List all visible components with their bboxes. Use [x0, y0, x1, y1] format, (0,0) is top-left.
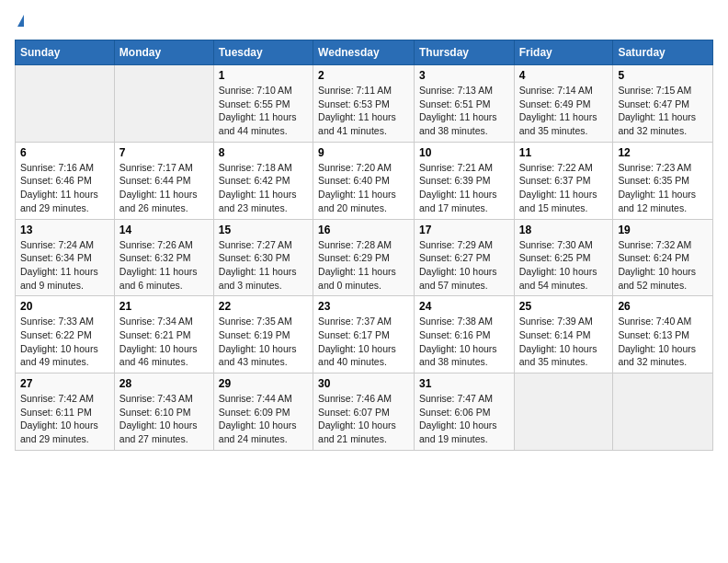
day-cell: 17Sunrise: 7:29 AM Sunset: 6:27 PM Dayli… — [414, 219, 514, 296]
day-number: 29 — [219, 377, 308, 390]
header-cell-wednesday: Wednesday — [313, 40, 415, 65]
day-number: 3 — [419, 69, 509, 82]
day-info: Sunrise: 7:27 AM Sunset: 6:30 PM Dayligh… — [219, 239, 297, 291]
day-cell — [613, 373, 713, 451]
day-cell: 22Sunrise: 7:35 AM Sunset: 6:19 PM Dayli… — [213, 296, 313, 373]
header-cell-thursday: Thursday — [414, 40, 514, 65]
day-number: 26 — [618, 300, 708, 313]
day-number: 20 — [20, 300, 109, 313]
page-header — [15, 15, 713, 29]
calendar-table: SundayMondayTuesdayWednesdayThursdayFrid… — [15, 40, 713, 451]
day-cell: 20Sunrise: 7:33 AM Sunset: 6:22 PM Dayli… — [16, 296, 115, 373]
day-info: Sunrise: 7:10 AM Sunset: 6:55 PM Dayligh… — [219, 85, 297, 136]
day-info: Sunrise: 7:37 AM Sunset: 6:17 PM Dayligh… — [318, 316, 396, 367]
day-cell — [16, 65, 115, 143]
day-number: 13 — [20, 224, 109, 236]
logo — [15, 15, 24, 29]
day-number: 6 — [20, 146, 109, 159]
day-info: Sunrise: 7:15 AM Sunset: 6:47 PM Dayligh… — [618, 85, 696, 136]
day-number: 8 — [219, 146, 308, 159]
day-cell: 1Sunrise: 7:10 AM Sunset: 6:55 PM Daylig… — [213, 65, 313, 143]
day-info: Sunrise: 7:47 AM Sunset: 6:06 PM Dayligh… — [419, 393, 497, 444]
day-number: 14 — [119, 224, 209, 236]
day-number: 18 — [519, 224, 609, 236]
day-number: 12 — [618, 146, 708, 159]
day-number: 1 — [219, 69, 308, 82]
day-cell: 6Sunrise: 7:16 AM Sunset: 6:46 PM Daylig… — [16, 142, 115, 219]
day-number: 28 — [119, 377, 209, 390]
week-row-5: 27Sunrise: 7:42 AM Sunset: 6:11 PM Dayli… — [16, 373, 713, 451]
day-number: 23 — [318, 300, 409, 313]
day-cell: 12Sunrise: 7:23 AM Sunset: 6:35 PM Dayli… — [613, 142, 713, 219]
header-cell-monday: Monday — [114, 40, 213, 65]
day-info: Sunrise: 7:26 AM Sunset: 6:32 PM Dayligh… — [119, 239, 198, 291]
header-cell-saturday: Saturday — [613, 40, 713, 65]
day-info: Sunrise: 7:21 AM Sunset: 6:39 PM Dayligh… — [419, 162, 497, 213]
day-number: 15 — [219, 224, 308, 236]
day-cell: 10Sunrise: 7:21 AM Sunset: 6:39 PM Dayli… — [414, 142, 514, 219]
day-cell: 5Sunrise: 7:15 AM Sunset: 6:47 PM Daylig… — [613, 65, 713, 143]
day-info: Sunrise: 7:22 AM Sunset: 6:37 PM Dayligh… — [519, 162, 597, 213]
day-number: 16 — [318, 224, 409, 236]
day-info: Sunrise: 7:33 AM Sunset: 6:22 PM Dayligh… — [20, 316, 98, 367]
day-info: Sunrise: 7:40 AM Sunset: 6:13 PM Dayligh… — [618, 316, 696, 367]
week-row-2: 6Sunrise: 7:16 AM Sunset: 6:46 PM Daylig… — [16, 142, 713, 219]
header-cell-friday: Friday — [514, 40, 613, 65]
day-info: Sunrise: 7:34 AM Sunset: 6:21 PM Dayligh… — [119, 316, 198, 367]
day-cell: 18Sunrise: 7:30 AM Sunset: 6:25 PM Dayli… — [514, 219, 613, 296]
day-info: Sunrise: 7:16 AM Sunset: 6:46 PM Dayligh… — [20, 162, 98, 213]
day-info: Sunrise: 7:23 AM Sunset: 6:35 PM Dayligh… — [618, 162, 696, 213]
week-row-4: 20Sunrise: 7:33 AM Sunset: 6:22 PM Dayli… — [16, 296, 713, 373]
day-number: 21 — [119, 300, 209, 313]
day-cell: 25Sunrise: 7:39 AM Sunset: 6:14 PM Dayli… — [514, 296, 613, 373]
day-cell: 9Sunrise: 7:20 AM Sunset: 6:40 PM Daylig… — [313, 142, 415, 219]
day-cell: 13Sunrise: 7:24 AM Sunset: 6:34 PM Dayli… — [16, 219, 115, 296]
day-info: Sunrise: 7:46 AM Sunset: 6:07 PM Dayligh… — [318, 393, 396, 444]
day-info: Sunrise: 7:29 AM Sunset: 6:27 PM Dayligh… — [419, 239, 497, 291]
day-info: Sunrise: 7:32 AM Sunset: 6:24 PM Dayligh… — [618, 239, 696, 291]
day-number: 9 — [318, 146, 409, 159]
header-cell-tuesday: Tuesday — [213, 40, 313, 65]
day-info: Sunrise: 7:35 AM Sunset: 6:19 PM Dayligh… — [219, 316, 297, 367]
day-number: 17 — [419, 224, 509, 236]
day-cell: 4Sunrise: 7:14 AM Sunset: 6:49 PM Daylig… — [514, 65, 613, 143]
day-cell: 21Sunrise: 7:34 AM Sunset: 6:21 PM Dayli… — [114, 296, 213, 373]
day-cell: 11Sunrise: 7:22 AM Sunset: 6:37 PM Dayli… — [514, 142, 613, 219]
day-cell: 15Sunrise: 7:27 AM Sunset: 6:30 PM Dayli… — [213, 219, 313, 296]
day-info: Sunrise: 7:11 AM Sunset: 6:53 PM Dayligh… — [318, 85, 396, 136]
day-number: 30 — [318, 377, 409, 390]
day-cell: 16Sunrise: 7:28 AM Sunset: 6:29 PM Dayli… — [313, 219, 415, 296]
day-number: 22 — [219, 300, 308, 313]
day-info: Sunrise: 7:20 AM Sunset: 6:40 PM Dayligh… — [318, 162, 396, 213]
day-cell: 14Sunrise: 7:26 AM Sunset: 6:32 PM Dayli… — [114, 219, 213, 296]
day-cell: 29Sunrise: 7:44 AM Sunset: 6:09 PM Dayli… — [213, 373, 313, 451]
header-row: SundayMondayTuesdayWednesdayThursdayFrid… — [16, 40, 713, 65]
day-cell: 26Sunrise: 7:40 AM Sunset: 6:13 PM Dayli… — [613, 296, 713, 373]
day-cell: 23Sunrise: 7:37 AM Sunset: 6:17 PM Dayli… — [313, 296, 415, 373]
day-cell — [514, 373, 613, 451]
day-cell: 27Sunrise: 7:42 AM Sunset: 6:11 PM Dayli… — [16, 373, 115, 451]
day-number: 7 — [119, 146, 209, 159]
day-cell: 8Sunrise: 7:18 AM Sunset: 6:42 PM Daylig… — [213, 142, 313, 219]
day-cell: 31Sunrise: 7:47 AM Sunset: 6:06 PM Dayli… — [414, 373, 514, 451]
day-info: Sunrise: 7:24 AM Sunset: 6:34 PM Dayligh… — [20, 239, 98, 291]
day-cell: 3Sunrise: 7:13 AM Sunset: 6:51 PM Daylig… — [414, 65, 514, 143]
day-cell: 7Sunrise: 7:17 AM Sunset: 6:44 PM Daylig… — [114, 142, 213, 219]
day-cell — [114, 65, 213, 143]
header-cell-sunday: Sunday — [16, 40, 115, 65]
day-number: 19 — [618, 224, 708, 236]
day-number: 24 — [419, 300, 509, 313]
day-number: 2 — [318, 69, 409, 82]
day-info: Sunrise: 7:14 AM Sunset: 6:49 PM Dayligh… — [519, 85, 597, 136]
week-row-3: 13Sunrise: 7:24 AM Sunset: 6:34 PM Dayli… — [16, 219, 713, 296]
day-info: Sunrise: 7:38 AM Sunset: 6:16 PM Dayligh… — [419, 316, 497, 367]
logo-triangle-icon — [17, 15, 24, 27]
day-info: Sunrise: 7:30 AM Sunset: 6:25 PM Dayligh… — [519, 239, 597, 291]
day-info: Sunrise: 7:44 AM Sunset: 6:09 PM Dayligh… — [219, 393, 297, 444]
day-number: 4 — [519, 69, 609, 82]
day-cell: 28Sunrise: 7:43 AM Sunset: 6:10 PM Dayli… — [114, 373, 213, 451]
day-cell: 24Sunrise: 7:38 AM Sunset: 6:16 PM Dayli… — [414, 296, 514, 373]
day-info: Sunrise: 7:42 AM Sunset: 6:11 PM Dayligh… — [20, 393, 98, 444]
day-cell: 30Sunrise: 7:46 AM Sunset: 6:07 PM Dayli… — [313, 373, 415, 451]
day-cell: 19Sunrise: 7:32 AM Sunset: 6:24 PM Dayli… — [613, 219, 713, 296]
